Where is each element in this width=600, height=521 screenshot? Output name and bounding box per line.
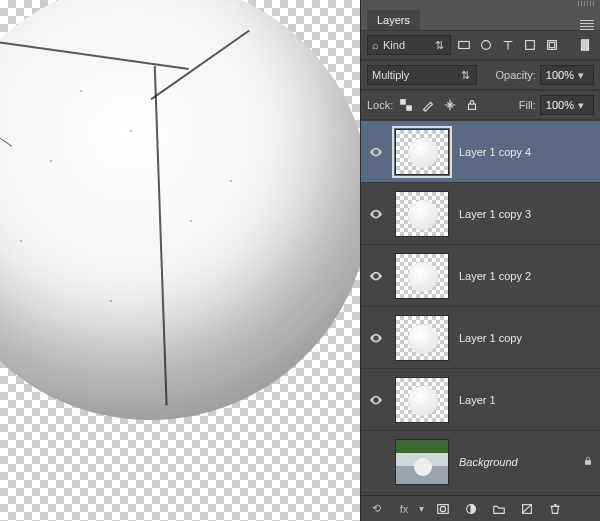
svg-rect-6 xyxy=(401,100,405,104)
fx-icon: fx xyxy=(400,503,409,515)
layers-list[interactable]: Layer 1 copy 4Layer 1 copy 3Layer 1 copy… xyxy=(361,120,600,495)
opacity-value-input[interactable]: 100% ▾ xyxy=(540,65,594,85)
opacity-value: 100% xyxy=(546,69,574,81)
filter-smart-icon[interactable] xyxy=(543,36,561,54)
filter-kind-dropdown[interactable]: ⌕ Kind ⇅ xyxy=(367,35,451,55)
lock-fill-row: Lock: Fill: 100% ▾ xyxy=(361,90,600,120)
visibility-toggle[interactable] xyxy=(367,147,385,157)
svg-rect-8 xyxy=(469,104,476,109)
svg-rect-7 xyxy=(407,106,411,110)
visibility-toggle[interactable] xyxy=(367,333,385,343)
filter-pixel-icon[interactable] xyxy=(455,36,473,54)
add-mask-button[interactable] xyxy=(434,500,452,518)
fill-value: 100% xyxy=(546,99,574,111)
layer-thumbnail[interactable] xyxy=(395,439,449,485)
eye-icon xyxy=(369,271,383,281)
filter-shape-icon[interactable] xyxy=(521,36,539,54)
svg-rect-0 xyxy=(459,42,470,49)
layer-row[interactable]: Background xyxy=(361,431,600,493)
blend-mode-dropdown[interactable]: Multiply ⇅ xyxy=(367,65,477,85)
chevron-down-icon: ▾ xyxy=(574,99,588,112)
filter-kind-value: Kind xyxy=(383,39,432,51)
lock-pixels-icon[interactable] xyxy=(419,96,437,114)
filter-adjustment-icon[interactable] xyxy=(477,36,495,54)
chevron-updown-icon: ⇅ xyxy=(432,39,446,52)
link-layers-button[interactable]: ⟲ xyxy=(367,500,385,518)
opacity-label: Opacity: xyxy=(496,69,536,81)
blend-mode-value: Multiply xyxy=(372,69,458,81)
layer-thumbnail[interactable] xyxy=(395,191,449,237)
visibility-toggle[interactable] xyxy=(367,271,385,281)
layer-thumbnail[interactable] xyxy=(395,315,449,361)
lock-label: Lock: xyxy=(367,99,393,111)
layers-panel-footer: ⟲ fx ▾ xyxy=(361,495,600,521)
document-canvas[interactable] xyxy=(0,0,360,521)
fill-value-input[interactable]: 100% ▾ xyxy=(540,95,594,115)
svg-rect-9 xyxy=(585,460,591,465)
filter-toggle-switch[interactable] xyxy=(576,36,594,54)
svg-point-1 xyxy=(482,41,491,50)
visibility-toggle[interactable] xyxy=(367,395,385,405)
chevron-down-icon: ▾ xyxy=(419,503,424,514)
layer-name[interactable]: Background xyxy=(459,456,572,468)
layer-name[interactable]: Layer 1 xyxy=(459,394,594,406)
panel-menu-button[interactable] xyxy=(574,18,600,30)
filter-type-icon[interactable] xyxy=(499,36,517,54)
chevron-updown-icon: ⇅ xyxy=(458,69,472,82)
layer-thumbnail[interactable] xyxy=(395,377,449,423)
layers-panel: Layers ⌕ Kind ⇅ Multiply ⇅ Opacity: 100%… xyxy=(360,0,600,521)
panel-tabs: Layers xyxy=(361,8,600,30)
blend-opacity-row: Multiply ⇅ Opacity: 100% ▾ xyxy=(361,60,600,90)
canvas-sphere-artwork xyxy=(0,0,360,420)
search-icon: ⌕ xyxy=(372,39,379,51)
svg-point-11 xyxy=(440,506,445,511)
lock-icon[interactable] xyxy=(582,455,594,469)
lock-transparent-icon[interactable] xyxy=(397,96,415,114)
svg-rect-4 xyxy=(549,42,554,47)
chevron-down-icon: ▾ xyxy=(574,69,588,82)
hamburger-icon xyxy=(580,20,594,30)
new-adjustment-button[interactable] xyxy=(462,500,480,518)
layer-thumbnail[interactable] xyxy=(395,253,449,299)
layer-name[interactable]: Layer 1 copy 4 xyxy=(459,146,594,158)
layer-row[interactable]: Layer 1 copy 2 xyxy=(361,245,600,307)
new-group-button[interactable] xyxy=(490,500,508,518)
panel-collapse-handle[interactable] xyxy=(361,0,600,8)
eye-icon xyxy=(369,209,383,219)
lock-position-icon[interactable] xyxy=(441,96,459,114)
layer-row[interactable]: Layer 1 xyxy=(361,369,600,431)
new-layer-button[interactable] xyxy=(518,500,536,518)
delete-layer-button[interactable] xyxy=(546,500,564,518)
svg-rect-2 xyxy=(526,41,535,50)
layer-row[interactable]: Layer 1 copy 3 xyxy=(361,183,600,245)
eye-icon xyxy=(369,395,383,405)
eye-icon xyxy=(369,333,383,343)
svg-rect-5 xyxy=(582,40,589,51)
layer-row[interactable]: Layer 1 copy xyxy=(361,307,600,369)
layer-name[interactable]: Layer 1 copy xyxy=(459,332,594,344)
layer-name[interactable]: Layer 1 copy 2 xyxy=(459,270,594,282)
layer-thumbnail[interactable] xyxy=(395,129,449,175)
layer-row[interactable]: Layer 1 copy 4 xyxy=(361,121,600,183)
layer-filter-row: ⌕ Kind ⇅ xyxy=(361,30,600,60)
lock-all-icon[interactable] xyxy=(463,96,481,114)
visibility-toggle[interactable] xyxy=(367,209,385,219)
fill-label: Fill: xyxy=(519,99,536,111)
layer-name[interactable]: Layer 1 copy 3 xyxy=(459,208,594,220)
tab-layers[interactable]: Layers xyxy=(367,10,420,30)
layer-effects-button[interactable]: fx xyxy=(395,500,413,518)
eye-icon xyxy=(369,147,383,157)
